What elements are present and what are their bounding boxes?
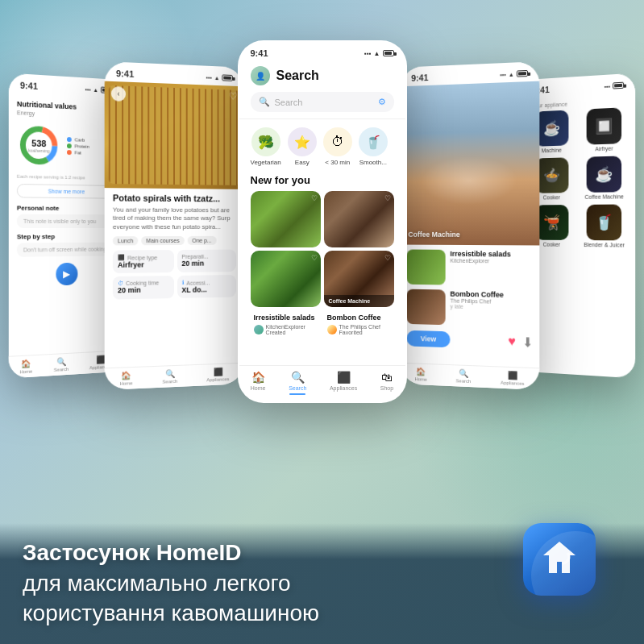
play-area: ▶	[17, 262, 114, 286]
show-more-button[interactable]: Show me more	[17, 184, 114, 199]
recipe-card-coffee-cups[interactable]: ♡	[324, 191, 394, 247]
wifi-icon: ▲	[93, 86, 99, 92]
recipe-title: Potato spirals with tzatz...	[113, 193, 236, 203]
carb-label: Carb	[75, 137, 85, 142]
tag-main: Main courses	[141, 236, 184, 245]
category-time[interactable]: ⏱ < 30 min	[323, 127, 352, 166]
time-icon-circle: ⏱	[323, 127, 352, 156]
app-icon[interactable]	[523, 523, 596, 596]
battery-left	[222, 74, 232, 81]
nav-appliances-right[interactable]: ⬛ Appliances	[501, 371, 525, 386]
heart-icon-latte[interactable]: ♡	[384, 254, 391, 262]
phone-right: 9:41 ▪▪▪ ▲ Coffee Machine Irresistible s…	[401, 61, 539, 390]
cooking-time-value: 20 min	[118, 285, 169, 294]
cooker-thumb: 🍲	[535, 157, 569, 193]
kcal-unit: kcal/serving	[28, 147, 49, 153]
app-icon-container	[523, 523, 596, 596]
heart-icon-food[interactable]: ♡	[229, 90, 237, 102]
appliance-blender[interactable]: 🥤 Blender & Juicer	[580, 204, 629, 247]
coffee-thumb-right	[407, 289, 446, 326]
home-label-center: Home	[251, 385, 266, 391]
coffee-sub-right: y late	[450, 304, 503, 310]
shop-label-center: Shop	[380, 385, 393, 391]
recipe-type-value: Airfryer	[118, 260, 169, 269]
protein-dot	[67, 143, 72, 148]
nav-shop-center[interactable]: 🛍 Shop	[380, 371, 393, 395]
signal-far-right: ▪▪▪	[605, 83, 610, 89]
coffee-machine-thumb: ☕	[587, 156, 621, 192]
info-icon: ℹ	[181, 280, 184, 286]
phone-center: 9:41 ▪▪▪ ▲ 👤 Search 🔍 Search ⚙	[238, 40, 407, 403]
nav-appliances-left[interactable]: ⬛ Appliances	[206, 367, 229, 382]
recipe-card-salad2[interactable]: ♡	[251, 251, 321, 307]
view-button[interactable]: View	[407, 330, 451, 347]
search-label: Search	[54, 367, 69, 372]
nav-home-right[interactable]: 🏠 Home	[414, 367, 426, 381]
appliance-coffee-machine[interactable]: ☕ Coffee Machine	[580, 156, 629, 200]
carb-dot	[67, 137, 72, 142]
easy-label: Easy	[295, 159, 310, 166]
appliances-nav-label: Appliances	[206, 376, 229, 382]
nav-home-far-left[interactable]: 🏠 Home	[19, 359, 32, 374]
search-bar[interactable]: 🔍 Search ⚙	[251, 92, 394, 112]
right-recipe-section: Irresistible salads KitchenExplorer Bomb…	[401, 245, 539, 356]
heart-icon-salad[interactable]: ♡	[311, 194, 318, 202]
coffee-author-sub: Favorited	[339, 330, 380, 335]
recipe-card-coffee-latte[interactable]: ♡ Coffee Machine	[324, 251, 394, 307]
prep-value: 20 min	[181, 260, 231, 268]
coffee-author-info: The Philips Chef Favorited	[339, 324, 380, 335]
prep-box: Preparati... 20 min	[177, 250, 235, 272]
recipe-info-coffee: Bombon Coffee The Philips Chef Favorited	[324, 310, 394, 339]
coffee-info-right: Bombon Coffee The Philips Chef y late	[450, 290, 503, 327]
page-title: Search	[276, 69, 319, 83]
action-row-right: View ♥ ⬇	[407, 330, 534, 351]
salad-meta-right: KitchenExplorer	[450, 258, 510, 264]
hasselback-visual	[109, 85, 240, 185]
right-recipe-row-1: Irresistible salads KitchenExplorer	[407, 249, 534, 286]
active-indicator	[289, 393, 305, 395]
phone-left: 9:41 ▪▪▪ ▲ ♡ ‹ Potato spirals with tzatz…	[105, 61, 243, 390]
category-smooth[interactable]: 🥤 Smooth...	[359, 127, 388, 166]
appliance-airfryer[interactable]: 🔲 Airfryer	[580, 107, 629, 152]
salad-author-info: KitchenExplorer Created	[266, 324, 305, 335]
nav-home-center[interactable]: 🏠 Home	[251, 371, 266, 395]
homeid-logo-svg	[539, 538, 580, 578]
airfryer-icon: ⬛	[118, 255, 125, 261]
nav-search-center[interactable]: 🔍 Search	[289, 371, 306, 395]
salad-recipe-name: Irresistible salads	[254, 314, 318, 322]
play-button[interactable]: ▶	[56, 263, 77, 286]
time-left: 9:41	[116, 69, 134, 79]
heart-icon-salad2[interactable]: ♡	[311, 254, 318, 262]
category-easy[interactable]: ⭐ Easy	[288, 127, 317, 166]
food-image-area: ♡ ‹	[105, 81, 243, 189]
nav-search-right[interactable]: 🔍 Search	[456, 368, 472, 384]
heart-action-icon[interactable]: ♥	[508, 334, 516, 350]
search-magnifier-icon: 🔍	[259, 97, 270, 107]
coffee-machine-badge: Coffee Machine	[408, 231, 459, 239]
appliances-grid: ☕ Machine 🔲 Airfryer 🍲 Cooker ☕ Coffee M…	[528, 107, 629, 248]
nav-search-left[interactable]: 🔍 Search	[162, 369, 177, 384]
nav-search-far-left[interactable]: 🔍 Search	[54, 357, 69, 372]
search-lbl-right: Search	[456, 378, 472, 384]
share-action-icon[interactable]: ⬇	[522, 334, 533, 350]
donut-chart: 538 kcal/serving	[17, 122, 60, 168]
search-icon: 🔍	[56, 357, 66, 367]
blender-label: Blender & Juicer	[584, 242, 625, 247]
donut-area: 538 kcal/serving Carb 16% Protein 62%	[17, 122, 114, 169]
search-header: 👤 Search 🔍 Search ⚙	[239, 61, 405, 119]
status-icons-far-right: ▪▪▪	[605, 82, 624, 90]
wifi-right: ▲	[509, 71, 514, 77]
category-vegetarian[interactable]: 🥦 Vegetarian	[251, 127, 281, 166]
nav-appliances-center[interactable]: ⬛ Appliances	[330, 371, 357, 395]
heart-icon-coffee-cups[interactable]: ♡	[384, 194, 391, 202]
salad-author-row: KitchenExplorer Created	[254, 324, 318, 335]
status-bar-center: 9:41 ▪▪▪ ▲	[239, 42, 405, 61]
back-button[interactable]: ‹	[111, 86, 126, 102]
filter-icon[interactable]: ⚙	[378, 97, 386, 107]
airfryer-thumb: 🔲	[587, 107, 621, 144]
kcal-value: 538	[31, 138, 46, 148]
coffee-machine-label: Coffee Machine	[324, 295, 394, 307]
tag-one: One p...	[187, 236, 216, 245]
nav-home-left[interactable]: 🏠 Home	[119, 371, 132, 386]
recipe-card-salad[interactable]: ♡	[251, 191, 321, 247]
